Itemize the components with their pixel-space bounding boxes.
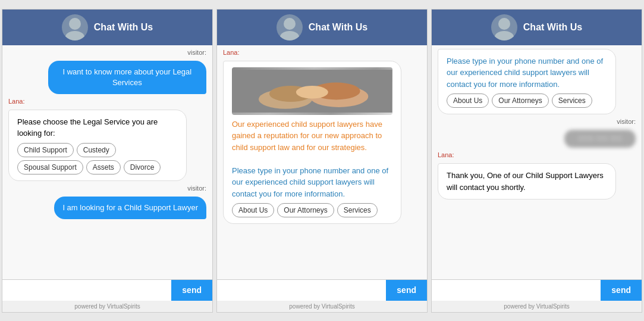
lana-label-1: Lana: — [8, 98, 206, 105]
btn-assets[interactable]: Assets — [86, 160, 121, 174]
chat-widgets-container: Chat With Us visitor: I want to know mor… — [0, 3, 644, 319]
widget3-avatar — [491, 14, 517, 40]
widget3-title: Chat With Us — [523, 22, 582, 33]
visitor-bubble-1: I want to know more about your Legal Ser… — [48, 61, 206, 94]
chat-widget-2: Chat With Us Lana: Our experienced — [216, 9, 428, 313]
btn-services-3[interactable]: Services — [552, 94, 592, 108]
widget1-text-input[interactable] — [2, 280, 171, 301]
svg-point-0 — [69, 18, 81, 30]
option-buttons-row-2: About Us Our Attorneys Services — [232, 203, 392, 217]
lana-label-3b: Lana: — [438, 151, 636, 158]
widget1-input-area: send — [2, 279, 212, 301]
btn-about-us-3[interactable]: About Us — [447, 94, 489, 108]
widget2-header: Chat With Us — [217, 10, 427, 45]
btn-services-2[interactable]: Services — [337, 203, 378, 217]
lana-label-2: Lana: — [223, 49, 421, 56]
svg-point-3 — [280, 31, 299, 40]
svg-point-9 — [296, 86, 328, 99]
lana-bubble-2: Our experienced child support lawyers ha… — [223, 61, 401, 225]
option-buttons-row-3: About Us Our Attorneys Services — [447, 94, 607, 108]
widget2-powered-by: powered by VirtualSpirits — [217, 301, 427, 312]
widget1-send-button[interactable]: send — [171, 280, 212, 301]
lana-bubble-3a: Please type in your phone number and one… — [438, 49, 616, 115]
visitor-label-2: visitor: — [8, 185, 206, 192]
svg-point-2 — [284, 18, 296, 30]
widget2-messages: Lana: Our experienced child support lawy… — [217, 45, 427, 279]
widget2-send-button[interactable]: send — [386, 280, 427, 301]
option-buttons-row-1: Child Support Custedy Spousal Support As… — [17, 143, 178, 174]
widget1-title: Chat With Us — [94, 22, 153, 33]
visitor-bubble-2: I am looking for a Child Support Lawyer — [54, 197, 206, 219]
chat-widget-3: Chat With Us Please type in your phone n… — [431, 9, 642, 313]
btn-about-us-2[interactable]: About Us — [232, 203, 274, 217]
widget2-avatar — [277, 14, 303, 40]
widget3-header: Chat With Us — [432, 10, 642, 45]
widget1-header: Chat With Us — [2, 10, 212, 45]
btn-child-support[interactable]: Child Support — [17, 143, 74, 157]
btn-our-attorneys-2[interactable]: Our Attorneys — [277, 203, 334, 217]
widget2-title: Chat With Us — [309, 22, 367, 33]
visitor-phone-wrapper: 0555 555 555 — [438, 130, 636, 148]
child-support-image — [232, 67, 392, 115]
lana-bubble-3b: Thank you, One of our Child Support Lawy… — [438, 163, 616, 200]
svg-point-1 — [65, 31, 84, 40]
svg-point-10 — [498, 18, 510, 30]
widget3-text-input[interactable] — [432, 280, 601, 301]
widget2-input-area: send — [217, 279, 427, 301]
lana-text-orange: Our experienced child support lawyers ha… — [232, 119, 392, 154]
widget2-text-input[interactable] — [217, 280, 386, 301]
widget3-send-button[interactable]: send — [601, 280, 642, 301]
widget3-input-area: send — [432, 279, 642, 301]
widget3-powered-by: powered by VirtualSpirits — [432, 301, 642, 312]
widget1-powered-by: powered by VirtualSpirits — [2, 301, 212, 312]
btn-spousal-support[interactable]: Spousal Support — [17, 160, 83, 174]
btn-divorce[interactable]: Divorce — [124, 160, 161, 174]
widget1-avatar — [62, 14, 88, 40]
widget1-messages: visitor: I want to know more about your … — [2, 45, 212, 279]
lana-text-1: Please choose the Legal Service you are … — [17, 117, 158, 138]
visitor-label-1: visitor: — [8, 49, 206, 56]
btn-our-attorneys-3[interactable]: Our Attorneys — [492, 94, 548, 108]
chat-widget-1: Chat With Us visitor: I want to know mor… — [2, 9, 213, 313]
lana-text-blue: Please type in your phone number and one… — [232, 165, 392, 200]
lana-text-3b: Thank you, One of our Child Support Lawy… — [447, 171, 604, 192]
lana-bubble-1: Please choose the Legal Service you are … — [8, 110, 187, 181]
visitor-phone-blurred: 0555 555 555 — [564, 130, 636, 148]
lana-text-blue-3: Please type in your phone number and one… — [447, 55, 607, 91]
btn-custedy[interactable]: Custedy — [77, 143, 116, 157]
visitor-label-3: visitor: — [438, 118, 636, 125]
widget3-messages: Please type in your phone number and one… — [432, 45, 642, 279]
svg-point-11 — [495, 31, 514, 40]
